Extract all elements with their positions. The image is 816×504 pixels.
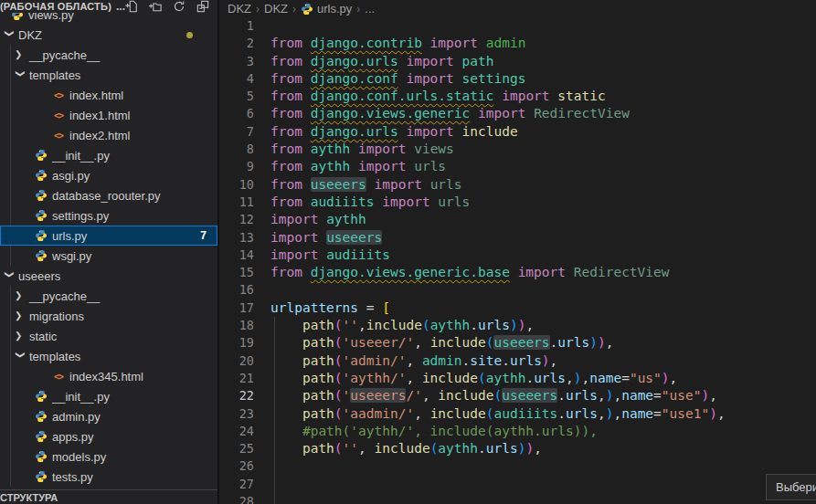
- code-line-23[interactable]: 23 path('aadmin/', include(audiiits.urls…: [219, 405, 816, 423]
- line-number[interactable]: 28: [219, 493, 254, 504]
- line-number[interactable]: 5: [219, 88, 254, 105]
- tree-item-index2-html[interactable]: <>index2.html: [0, 125, 217, 145]
- tree-item--init-py[interactable]: __init__.py: [0, 386, 217, 406]
- new-folder-icon[interactable]: [149, 0, 162, 13]
- code-line-5[interactable]: 5from django.conf.urls.static import sta…: [219, 88, 816, 105]
- code-line-12[interactable]: 12import aythh: [219, 211, 816, 228]
- code-line-25[interactable]: 25 path('', include(aythh.urls)),: [219, 440, 816, 457]
- line-number[interactable]: 23: [219, 405, 254, 423]
- tree-item--init-py[interactable]: __init__.py: [0, 145, 217, 165]
- tree-item-urls-py[interactable]: urls.py7: [0, 226, 217, 246]
- code-line-14[interactable]: 14import audiiits: [219, 247, 816, 264]
- line-number[interactable]: 26: [219, 457, 254, 475]
- tree-item--pycache-[interactable]: ❯__pycache__: [0, 286, 217, 306]
- code-line-16[interactable]: 16: [219, 281, 816, 299]
- tree-item-migrations[interactable]: ❯migrations: [0, 306, 217, 326]
- chevron-down-icon[interactable]: ❯: [16, 352, 25, 362]
- code-line-17[interactable]: 17urlpatterns = [: [219, 299, 816, 317]
- tree-item-static[interactable]: ❯static: [0, 326, 217, 346]
- line-number[interactable]: 17: [219, 299, 254, 317]
- line-number[interactable]: 8: [219, 141, 254, 158]
- line-number[interactable]: 7: [219, 123, 254, 141]
- line-number[interactable]: 20: [219, 352, 254, 370]
- line-number[interactable]: 9: [219, 158, 254, 175]
- tree-item-models-py[interactable]: models.py: [0, 446, 217, 467]
- chevron-down-icon[interactable]: ❯: [5, 30, 14, 40]
- line-number[interactable]: 12: [219, 211, 254, 228]
- new-file-icon[interactable]: [125, 0, 138, 13]
- breadcrumb-item[interactable]: DKZ: [228, 2, 251, 16]
- line-number[interactable]: 6: [219, 105, 254, 122]
- more-actions-icon[interactable]: ...: [116, 0, 125, 13]
- line-number[interactable]: 25: [219, 440, 254, 457]
- line-number[interactable]: 21: [219, 370, 254, 387]
- code-line-3[interactable]: 3from django.urls import path: [219, 53, 816, 70]
- chevron-down-icon[interactable]: ❯: [16, 70, 25, 80]
- tree-item-database-roouter-py[interactable]: database_roouter.py: [0, 185, 217, 205]
- code-line-21[interactable]: 21 path('aythh/', include(aythh.urls,),n…: [219, 370, 816, 387]
- chevron-right-icon[interactable]: ❯: [15, 331, 25, 341]
- code-line-24[interactable]: 24 #path('aythh/', include(aythh.urls)),: [219, 423, 816, 440]
- tree-item-wsgi-py[interactable]: wsgi.py: [0, 246, 217, 266]
- line-number[interactable]: 11: [219, 194, 254, 211]
- line-number[interactable]: 24: [219, 423, 254, 440]
- line-number[interactable]: 22: [219, 387, 254, 404]
- line-number[interactable]: 27: [219, 476, 254, 493]
- line-number[interactable]: 10: [219, 176, 254, 194]
- tree-item-index345-html[interactable]: <>index345.html: [0, 366, 217, 386]
- line-number[interactable]: 2: [219, 35, 254, 52]
- code-line-28[interactable]: 28: [219, 493, 816, 504]
- line-number[interactable]: 4: [219, 70, 254, 88]
- tree-item-tests-py[interactable]: tests.py: [0, 467, 217, 487]
- tree-item-useeers[interactable]: ❯useeers: [0, 266, 217, 286]
- breadcrumb-item[interactable]: urls.py: [317, 2, 352, 16]
- tree-item-index1-html[interactable]: <>index1.html: [0, 105, 217, 125]
- line-number[interactable]: 19: [219, 334, 254, 352]
- tree-item-index-html[interactable]: <>index.html: [0, 85, 217, 105]
- tree-item-asgi-py[interactable]: asgi.py: [0, 165, 217, 185]
- token: aythh: [326, 212, 366, 226]
- code-line-13[interactable]: 13import useeers: [219, 229, 816, 247]
- tree-item-admin-py[interactable]: admin.py: [0, 406, 217, 426]
- tree-item-settings-py[interactable]: settings.py: [0, 205, 217, 226]
- breadcrumb-item[interactable]: ...: [365, 2, 375, 16]
- tree-item-templates[interactable]: ❯templates: [0, 65, 217, 85]
- code-line-18[interactable]: 18 path('',include(aythh.urls)),: [219, 317, 816, 334]
- code-line-20[interactable]: 20 path('admin/', admin.site.urls),: [219, 352, 816, 370]
- line-number[interactable]: 16: [219, 281, 254, 299]
- chevron-right-icon[interactable]: ❯: [15, 311, 25, 320]
- chevron-right-icon[interactable]: ❯: [15, 291, 25, 300]
- code-line-1[interactable]: 1: [219, 17, 816, 35]
- code-line-6[interactable]: 6from django.views.generic import Redire…: [219, 105, 816, 122]
- refresh-icon[interactable]: [173, 0, 185, 13]
- code-line-2[interactable]: 2from django.contrib import admin: [219, 35, 816, 52]
- code-line-8[interactable]: 8from aythh import views: [219, 141, 816, 158]
- tree-item-apps-py[interactable]: apps.py: [0, 426, 217, 446]
- code-line-10[interactable]: 10from useeers import urls: [219, 176, 816, 194]
- line-number[interactable]: 18: [219, 317, 254, 334]
- collapse-all-icon[interactable]: [196, 0, 209, 13]
- line-number[interactable]: 14: [219, 247, 254, 264]
- breadcrumb-item[interactable]: DKZ: [264, 2, 288, 16]
- line-number[interactable]: 15: [219, 264, 254, 281]
- code-line-7[interactable]: 7from django.urls import include: [219, 123, 816, 141]
- tree-item-templates[interactable]: ❯templates: [0, 346, 217, 366]
- line-number[interactable]: 1: [219, 17, 254, 35]
- code-line-4[interactable]: 4from django.conf import settings: [219, 70, 816, 88]
- line-number[interactable]: 3: [219, 53, 254, 70]
- code-line-15[interactable]: 15from django.views.generic.base import …: [219, 264, 816, 281]
- tree-item--pycache-[interactable]: ❯__pycache__: [0, 45, 217, 65]
- chevron-down-icon[interactable]: ❯: [5, 271, 14, 281]
- code-lines[interactable]: 12from django.contrib import admin3from …: [219, 17, 816, 504]
- code-line-9[interactable]: 9from aythh import urls: [219, 158, 816, 175]
- outline-section-header[interactable]: СТРУКТУРА: [0, 489, 217, 504]
- code-line-27[interactable]: 27: [219, 476, 816, 493]
- code-line-11[interactable]: 11from audiiits import urls: [219, 194, 816, 211]
- code-line-19[interactable]: 19 path('useeer/', include(useeers.urls)…: [219, 334, 816, 352]
- code-line-22[interactable]: 22 path('useeers/', include(useeers.urls…: [219, 387, 816, 404]
- line-number[interactable]: 13: [219, 229, 254, 247]
- breadcrumb[interactable]: DKZ›DKZ›urls.py›...: [219, 0, 816, 17]
- tree-item-dkz[interactable]: ❯DKZ: [0, 25, 217, 45]
- code-line-26[interactable]: 26: [219, 457, 816, 475]
- chevron-right-icon[interactable]: ❯: [15, 50, 25, 59]
